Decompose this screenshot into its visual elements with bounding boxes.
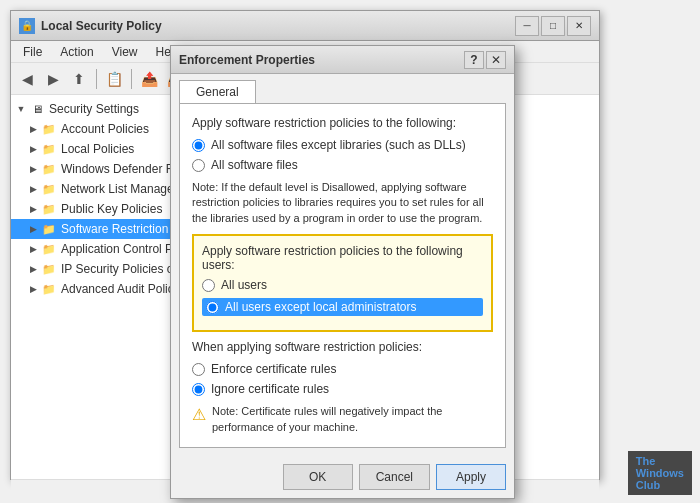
- status-text: [19, 485, 22, 497]
- dialog-close-button[interactable]: ✕: [486, 51, 506, 69]
- sidebar-item-account-policies[interactable]: ▶ 📁 Account Policies: [11, 119, 185, 139]
- dialog-title-buttons: ? ✕: [464, 51, 506, 69]
- users-section-highlight: Apply software restriction policies to t…: [192, 234, 493, 332]
- maximize-button[interactable]: □: [541, 16, 565, 36]
- up-button[interactable]: ⬆: [67, 67, 91, 91]
- cert-rules-label: When applying software restriction polic…: [192, 340, 493, 354]
- cancel-button[interactable]: Cancel: [359, 464, 430, 490]
- folder-icon: 🖥: [29, 101, 45, 117]
- radio-all-software-input[interactable]: [192, 159, 205, 172]
- window-icon: 🔒: [19, 18, 35, 34]
- menu-action[interactable]: Action: [52, 43, 101, 61]
- close-button[interactable]: ✕: [567, 16, 591, 36]
- ok-button[interactable]: OK: [283, 464, 353, 490]
- window-title: Local Security Policy: [41, 19, 509, 33]
- window-controls: ─ □ ✕: [515, 16, 591, 36]
- apply-policies-label: Apply software restriction policies to t…: [192, 116, 493, 130]
- apply-users-label: Apply software restriction policies to t…: [202, 244, 483, 272]
- left-panel: ▼ 🖥 Security Settings ▶ 📁 Account Polici…: [11, 95, 186, 479]
- dialog-help-button[interactable]: ?: [464, 51, 484, 69]
- radio-enforce-cert-input[interactable]: [192, 363, 205, 376]
- expand-icon: ▶: [27, 203, 39, 215]
- sidebar-item-app-control[interactable]: ▶ 📁 Application Control Polici...: [11, 239, 185, 259]
- export-button[interactable]: 📤: [137, 67, 161, 91]
- folder-icon: 📁: [41, 181, 57, 197]
- warning-text: Note: Certificate rules will negatively …: [212, 404, 493, 435]
- sidebar-item-public-key[interactable]: ▶ 📁 Public Key Policies: [11, 199, 185, 219]
- warning-icon: ⚠: [192, 405, 206, 424]
- show-hide-button[interactable]: 📋: [102, 67, 126, 91]
- folder-icon: 📁: [41, 161, 57, 177]
- sidebar-item-network-list[interactable]: ▶ 📁 Network List Manager Polic...: [11, 179, 185, 199]
- radio-all-except-libraries-input[interactable]: [192, 139, 205, 152]
- dialog-content: Apply software restriction policies to t…: [179, 103, 506, 448]
- back-button[interactable]: ◀: [15, 67, 39, 91]
- radio-all-except-libraries[interactable]: All software files except libraries (suc…: [192, 138, 493, 152]
- radio-ignore-cert[interactable]: Ignore certificate rules: [192, 382, 493, 396]
- enforcement-properties-dialog: Enforcement Properties ? ✕ General Apply…: [170, 45, 515, 499]
- toolbar-separator-1: [96, 69, 97, 89]
- expand-icon: ▶: [27, 283, 39, 295]
- folder-icon: 📁: [41, 201, 57, 217]
- radio-all-software[interactable]: All software files: [192, 158, 493, 172]
- warning-row: ⚠ Note: Certificate rules will negativel…: [192, 404, 493, 435]
- dialog-title-bar: Enforcement Properties ? ✕: [171, 46, 514, 74]
- expand-icon: ▶: [27, 123, 39, 135]
- radio-except-admins-input[interactable]: [206, 301, 219, 314]
- forward-button[interactable]: ▶: [41, 67, 65, 91]
- expand-icon: ▶: [27, 183, 39, 195]
- radio-except-admins[interactable]: All users except local administrators: [202, 298, 483, 316]
- menu-file[interactable]: File: [15, 43, 50, 61]
- radio-all-users[interactable]: All users: [202, 278, 483, 292]
- expand-icon: ▶: [27, 143, 39, 155]
- folder-icon: 📁: [41, 241, 57, 257]
- radio-enforce-cert[interactable]: Enforce certificate rules: [192, 362, 493, 376]
- folder-icon: 📁: [41, 141, 57, 157]
- expand-icon: ▶: [27, 263, 39, 275]
- folder-icon: 📁: [41, 221, 57, 237]
- dialog-tab-bar: General: [171, 74, 514, 103]
- sidebar-item-local-policies[interactable]: ▶ 📁 Local Policies: [11, 139, 185, 159]
- toolbar-separator-2: [131, 69, 132, 89]
- expand-icon: ▶: [27, 163, 39, 175]
- sidebar-item-windows-defender[interactable]: ▶ 📁 Windows Defender Firewall...: [11, 159, 185, 179]
- sidebar-item-software-restriction[interactable]: ▶ 📁 Software Restriction Policies: [11, 219, 185, 239]
- folder-icon: 📁: [41, 281, 57, 297]
- minimize-button[interactable]: ─: [515, 16, 539, 36]
- radio-all-users-input[interactable]: [202, 279, 215, 292]
- sidebar-item-security-settings[interactable]: ▼ 🖥 Security Settings: [11, 99, 185, 119]
- sidebar-item-ip-security[interactable]: ▶ 📁 IP Security Policies on Loca...: [11, 259, 185, 279]
- folder-icon: 📁: [41, 121, 57, 137]
- sidebar-item-advanced-audit[interactable]: ▶ 📁 Advanced Audit Policy Con...: [11, 279, 185, 299]
- tab-general[interactable]: General: [179, 80, 256, 103]
- note-libraries: Note: If the default level is Disallowed…: [192, 180, 493, 226]
- folder-icon: 📁: [41, 261, 57, 277]
- dialog-buttons: OK Cancel Apply: [171, 456, 514, 498]
- radio-ignore-cert-input[interactable]: [192, 383, 205, 396]
- expand-icon: ▼: [15, 103, 27, 115]
- expand-icon: ▶: [27, 223, 39, 235]
- expand-icon: ▶: [27, 243, 39, 255]
- menu-view[interactable]: View: [104, 43, 146, 61]
- apply-button[interactable]: Apply: [436, 464, 506, 490]
- watermark: The Windows Club: [628, 451, 692, 495]
- dialog-title: Enforcement Properties: [179, 53, 458, 67]
- title-bar: 🔒 Local Security Policy ─ □ ✕: [11, 11, 599, 41]
